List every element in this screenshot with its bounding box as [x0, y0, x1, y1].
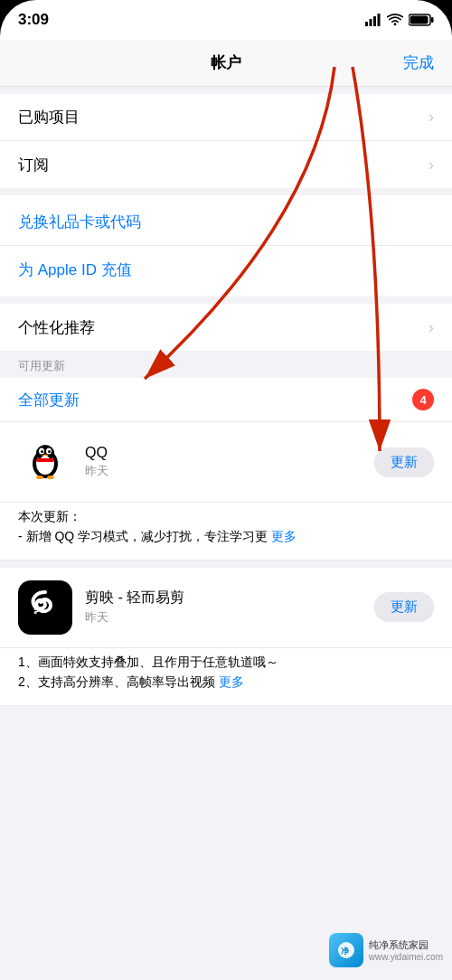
svg-rect-7: [410, 16, 428, 24]
qq-update-notes: 本次更新： - 新增 QQ 学习模式，减少打扰，专注学习更 更多: [0, 503, 452, 561]
svg-text:净: 净: [341, 947, 350, 956]
list-group-purchases: 已购项目 › 订阅 ›: [0, 94, 452, 188]
svg-rect-6: [431, 17, 434, 23]
capcut-app-name: 剪映 - 轻而易剪: [85, 589, 362, 608]
svg-point-20: [47, 476, 54, 479]
update-all-row[interactable]: 全部更新 4: [0, 378, 452, 422]
svg-rect-2: [373, 16, 376, 26]
svg-point-4: [394, 24, 397, 26]
qq-note-line: - 新增 QQ 学习模式，减少打扰，专注学习更: [18, 526, 268, 546]
qq-icon-svg: [20, 437, 71, 487]
wifi-icon: [387, 14, 403, 26]
redeem-row[interactable]: 兑换礼品卡或代码: [0, 199, 452, 246]
capcut-note-2: 2、支持高分辨率、高帧率导出视频: [18, 672, 215, 692]
done-button[interactable]: 完成: [403, 52, 434, 73]
chevron-icon: ›: [428, 318, 434, 337]
capcut-update-notes: 1、画面特效支持叠加、且作用于任意轨道哦～ 2、支持高分辨率、高帧率导出视频 更…: [0, 648, 452, 706]
status-icons: [365, 14, 434, 26]
personal-label: 个性化推荐: [18, 317, 95, 338]
updates-section-label: 可用更新: [0, 351, 452, 378]
subscriptions-label: 订阅: [18, 155, 49, 175]
capcut-app-icon: ✂: [18, 580, 72, 635]
svg-rect-18: [36, 458, 54, 462]
svg-point-19: [36, 476, 43, 479]
main-content: 帐户 完成 已购项目 › 订阅 › 兑换礼品卡或代码 为 Apple ID 充值: [0, 40, 452, 980]
update-all-label: 全部更新: [18, 390, 80, 410]
qq-app-date: 昨天: [85, 463, 362, 479]
watermark-logo-icon: 净: [336, 940, 356, 960]
svg-point-17: [39, 456, 52, 472]
personal-row[interactable]: 个性化推荐 ›: [0, 304, 452, 351]
qq-app-row: QQ 昨天 更新: [0, 422, 452, 503]
qq-update-button[interactable]: 更新: [374, 448, 434, 477]
capcut-app-info: 剪映 - 轻而易剪 昨天: [85, 589, 362, 626]
chevron-icon: ›: [428, 155, 434, 174]
topup-label: 为 Apple ID 充值: [18, 259, 132, 280]
topup-row[interactable]: 为 Apple ID 充值: [0, 246, 452, 293]
subscriptions-row[interactable]: 订阅 ›: [0, 141, 452, 188]
qq-app-icon: [18, 435, 72, 489]
qq-more-link[interactable]: 更多: [271, 526, 297, 546]
svg-rect-0: [365, 22, 368, 26]
status-time: 3:09: [18, 11, 49, 29]
capcut-app-date: 昨天: [85, 609, 362, 626]
status-bar: 3:09: [0, 0, 452, 40]
capcut-icon-svg: ✂: [26, 589, 64, 627]
chevron-icon: ›: [428, 108, 434, 127]
nav-title: 帐户: [211, 52, 241, 73]
capcut-note-1: 1、画面特效支持叠加、且作用于任意轨道哦～: [18, 652, 434, 672]
svg-rect-1: [370, 19, 372, 26]
nav-bar: 帐户 完成: [0, 40, 452, 87]
purchased-items-row[interactable]: 已购项目 ›: [0, 94, 452, 141]
capcut-more-link[interactable]: 更多: [219, 672, 244, 692]
personal-group: 个性化推荐 ›: [0, 304, 452, 351]
purchased-items-label: 已购项目: [18, 107, 80, 127]
watermark: 净 纯净系统家园 www.yidaimei.com: [329, 933, 443, 967]
capcut-update-button[interactable]: 更新: [374, 592, 434, 622]
redeem-label: 兑换礼品卡或代码: [18, 212, 141, 232]
blue-links-group: 兑换礼品卡或代码 为 Apple ID 充值: [0, 195, 452, 297]
capcut-app-row: ✂ 剪映 - 轻而易剪 昨天 更新: [0, 568, 452, 648]
signal-icon: [365, 14, 381, 26]
battery-icon: [409, 14, 434, 26]
qq-app-name: QQ: [85, 445, 362, 461]
svg-point-15: [48, 450, 51, 453]
qq-app-info: QQ 昨天: [85, 445, 362, 479]
watermark-icon: 净: [329, 933, 363, 967]
svg-text:✂: ✂: [33, 604, 44, 618]
svg-rect-3: [378, 14, 381, 26]
watermark-text: 纯净系统家园 www.yidaimei.com: [369, 938, 443, 962]
update-count-badge: 4: [412, 389, 434, 410]
svg-point-14: [41, 450, 43, 453]
